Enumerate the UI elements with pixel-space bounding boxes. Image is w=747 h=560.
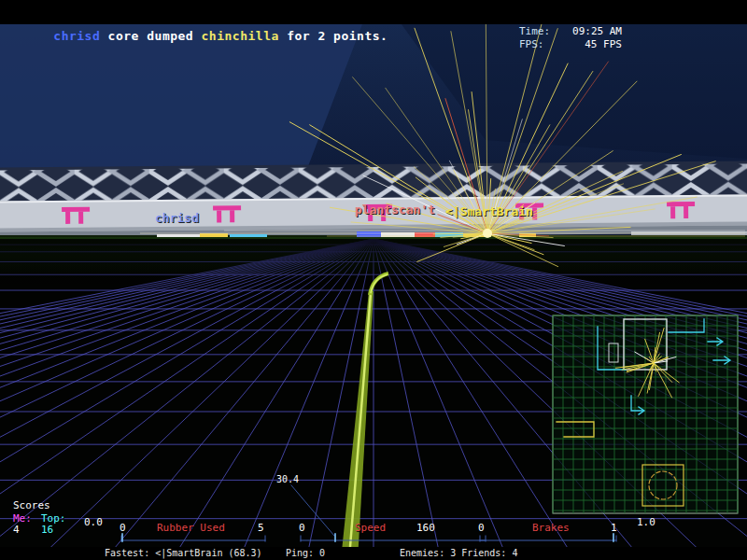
message-victim-name: chinchilla xyxy=(202,29,279,43)
message-points-text: for 2 points. xyxy=(279,29,388,43)
speed-gauge-min: 0 xyxy=(299,523,305,534)
scores-top-value: 16 xyxy=(41,525,53,536)
time-value: 09:25 AM xyxy=(572,25,622,38)
time-label: Time: xyxy=(519,25,550,38)
game-screen: chrisd core dumped chinchilla for 2 poin… xyxy=(0,0,747,560)
ping-readout: Ping: 0 xyxy=(286,547,325,560)
rubber-gauge-label: Rubber Used xyxy=(157,523,225,534)
player-label-plantscant: plantscan't xyxy=(355,203,435,217)
fps-label: FPS: xyxy=(519,38,544,51)
status-readout: Time: 09:25 AM FPS: 45 FPS xyxy=(519,25,622,51)
time-readout: Time: 09:25 AM xyxy=(519,25,622,38)
minimap xyxy=(553,315,738,513)
rubber-gauge-max: 5 xyxy=(258,523,264,534)
scene-canvas xyxy=(0,0,747,560)
enemies-readout: Enemies: 3 Friends: 4 xyxy=(400,547,517,560)
player-label-smartbrain: <|SmartBrain xyxy=(445,204,533,218)
brakes-gauge-label: Brakes xyxy=(532,523,570,534)
score-ratio-value: 0.0 xyxy=(84,517,103,528)
fastest-readout: Fastest: <|SmartBrain (68.3) xyxy=(105,547,262,560)
fps-value: 45 FPS xyxy=(585,38,622,51)
message-action-text: core dumped xyxy=(100,29,201,43)
scores-title: Scores xyxy=(13,500,50,511)
arena-wall xyxy=(0,161,747,239)
scores-me-value: 4 xyxy=(13,525,20,536)
console-message-bar: chrisd core dumped chinchilla for 2 poin… xyxy=(0,0,747,24)
speed-gauge-max: 160 xyxy=(416,523,435,534)
speed-gauge-label: Speed xyxy=(355,523,386,534)
brakes-gauge-min: 0 xyxy=(478,523,485,534)
stats-footer-bar: Fastest: <|SmartBrain (68.3) Ping: 0 Ene… xyxy=(0,547,747,560)
fps-readout: FPS: 45 FPS xyxy=(519,38,622,51)
brake-readout: 1.0 xyxy=(637,517,655,528)
rubber-gauge-min: 0 xyxy=(120,523,126,534)
brakes-gauge-max: 1 xyxy=(611,523,617,534)
player-label-chrisd: chrisd xyxy=(155,211,199,225)
speed-readout: 30.4 xyxy=(276,474,299,484)
message-player-name: chrisd xyxy=(53,29,100,43)
